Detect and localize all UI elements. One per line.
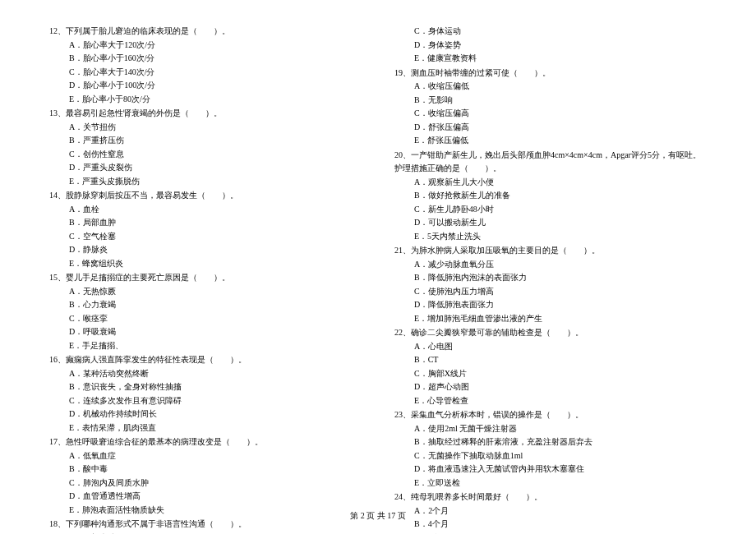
option: E．5天内禁止洗头 — [394, 230, 707, 244]
option: D．严重头皮裂伤 — [49, 161, 362, 175]
option: B．做好抢救新生儿的准备 — [394, 189, 707, 203]
option: A．使用2ml 无菌干燥注射器 — [394, 422, 707, 436]
question-text: 19、测血压时袖带缠的过紧可使（ ）。 — [394, 67, 707, 81]
option: C．肺泡内及间质水肿 — [49, 476, 362, 490]
option: D．舒张压偏高 — [394, 121, 707, 135]
option: B．无影响 — [394, 94, 707, 108]
option: A．胎心率大于120次/分 — [49, 39, 362, 53]
option: C．身体运动 — [394, 25, 707, 39]
option: B．酸中毒 — [49, 463, 362, 476]
option: E．蜂窝组织炎 — [49, 257, 362, 271]
option: B．意识丧失，全身对称性抽搐 — [49, 380, 362, 394]
question: 23、采集血气分析标本时，错误的操作是（ ）。A．使用2ml 无菌干燥注射器B．… — [394, 408, 707, 490]
page-footer: 第 2 页 共 17 页 — [0, 510, 756, 522]
option: A．心电图 — [394, 340, 707, 354]
option: B．抽取经过稀释的肝素溶液，充盈注射器后弃去 — [394, 435, 707, 449]
option: D．将血液迅速注入无菌试管内并用软木塞塞住 — [394, 463, 707, 476]
question-text: 23、采集血气分析标本时，错误的操作是（ ）。 — [394, 408, 707, 422]
option: D．身体姿势 — [394, 39, 707, 53]
option: E．心导管检查 — [394, 394, 707, 408]
option: E．立即送检 — [394, 476, 707, 490]
option: A．收缩压偏低 — [394, 80, 707, 94]
option: C．空气栓塞 — [49, 230, 362, 244]
option: C．胎心率大于140次/分 — [49, 66, 362, 80]
question-text: 24、纯母乳喂养多长时间最好（ ）。 — [394, 490, 707, 504]
question: 17、急性呼吸窘迫综合征的最基本的病理改变是（ ）。A．低氧血症B．酸中毒C．肺… — [49, 435, 362, 517]
option: D．降低肺泡表面张力 — [394, 298, 707, 312]
left-column: 12、下列属于胎儿窘迫的临床表现的是（ ）。A．胎心率大于120次/分B．胎心率… — [49, 25, 362, 501]
question: 21、为肺水肿病人采取加压吸氧的主要目的是（ ）。A．减少动脉血氧分压B．降低肺… — [394, 244, 707, 325]
option: C．收缩压偏高 — [394, 107, 707, 121]
question: 12、下列属于胎儿窘迫的临床表现的是（ ）。A．胎心率大于120次/分B．胎心率… — [49, 25, 362, 106]
option: E．增加肺泡毛细血管渗出液的产生 — [394, 312, 707, 326]
question: 16、癫痫病人强直阵挛发生的特征性表现是（ ）。A．某种活动突然终断B．意识丧失… — [49, 353, 362, 435]
option: B．严重挤压伤 — [49, 134, 362, 148]
option: C．连续多次发作且有意识障碍 — [49, 394, 362, 408]
right-column: C．身体运动D．身体姿势E．健康宣教资料19、测血压时袖带缠的过紧可使（ ）。A… — [394, 25, 707, 501]
option: D．血管通透性增高 — [49, 490, 362, 504]
question-text: 17、急性呼吸窘迫综合征的最基本的病理改变是（ ）。 — [49, 435, 362, 449]
option: D．胎心率小于100次/分 — [49, 79, 362, 93]
option: E．胎心率小于80次/分 — [49, 93, 362, 107]
option: C．胸部X线片 — [394, 367, 707, 381]
question: 14、股静脉穿刺后按压不当，最容易发生（ ）。A．血栓B．局部血肿C．空气栓塞D… — [49, 189, 362, 270]
option: B．CT — [394, 353, 707, 367]
option: B．胎心率小于160次/分 — [49, 52, 362, 66]
option: C．6个月 — [394, 532, 707, 535]
question-text: 13、最容易引起急性肾衰竭的外伤是（ ）。 — [49, 107, 362, 121]
option: A．关节扭伤 — [49, 121, 362, 135]
option: D．可以搬动新生儿 — [394, 216, 707, 230]
option: E．健康宣教资料 — [394, 52, 707, 66]
question: 20、一产钳助产新生儿，娩出后头部颅血肿4cm×4cm×4cm，Apgar评分5… — [394, 149, 707, 244]
two-column-layout: 12、下列属于胎儿窘迫的临床表现的是（ ）。A．胎心率大于120次/分B．胎心率… — [49, 25, 707, 501]
question-text: 21、为肺水肿病人采取加压吸氧的主要目的是（ ）。 — [394, 244, 707, 258]
question: 13、最容易引起急性肾衰竭的外伤是（ ）。A．关节扭伤B．严重挤压伤C．创伤性窒… — [49, 107, 362, 188]
option: A．低氧血症 — [49, 449, 362, 463]
option: D．呼吸衰竭 — [49, 325, 362, 339]
option: E．表情呆滞，肌肉强直 — [49, 421, 362, 435]
option: B．心力衰竭 — [49, 298, 362, 312]
option: B．局部血肿 — [49, 216, 362, 230]
option: C．新生儿静卧48小时 — [394, 203, 707, 217]
question-text: 12、下列属于胎儿窘迫的临床表现的是（ ）。 — [49, 25, 362, 39]
option: A．无热惊厥 — [49, 285, 362, 299]
option: A．面部表情 — [49, 532, 362, 535]
option: A．血栓 — [49, 203, 362, 217]
question: 19、测血压时袖带缠的过紧可使（ ）。A．收缩压偏低B．无影响C．收缩压偏高D．… — [394, 67, 707, 148]
question-text: 20、一产钳助产新生儿，娩出后头部颅血肿4cm×4cm×4cm，Apgar评分5… — [394, 149, 707, 176]
question: C．身体运动D．身体姿势E．健康宣教资料 — [394, 25, 707, 66]
question-text: 16、癫痫病人强直阵挛发生的特征性表现是（ ）。 — [49, 353, 362, 367]
option: C．创伤性窒息 — [49, 148, 362, 162]
option: E．严重头皮撕脱伤 — [49, 175, 362, 189]
option: B．降低肺泡内泡沫的表面张力 — [394, 271, 707, 285]
option: A．观察新生儿大小便 — [394, 176, 707, 190]
question-text: 14、股静脉穿刺后按压不当，最容易发生（ ）。 — [49, 189, 362, 203]
option: D．机械动作持续时间长 — [49, 407, 362, 421]
question-text: 22、确诊二尖瓣狭窄最可靠的辅助检查是（ ）。 — [394, 326, 707, 340]
option: E．舒张压偏低 — [394, 134, 707, 148]
option: D．超声心动图 — [394, 380, 707, 394]
option: C．使肺泡内压力增高 — [394, 285, 707, 299]
option: A．某种活动突然终断 — [49, 367, 362, 381]
option: D．静脉炎 — [49, 243, 362, 257]
question: 22、确诊二尖瓣狭窄最可靠的辅助检查是（ ）。A．心电图B．CTC．胸部X线片D… — [394, 326, 707, 407]
option: C．无菌操作下抽取动脉血1ml — [394, 449, 707, 463]
option: C．喉痉挛 — [49, 312, 362, 326]
question: 15、婴儿手足搐搦症的主要死亡原因是（ ）。A．无热惊厥B．心力衰竭C．喉痉挛D… — [49, 271, 362, 352]
option: E．手足搐搦、 — [49, 339, 362, 353]
option: A．减少动脉血氧分压 — [394, 258, 707, 272]
question-text: 15、婴儿手足搐搦症的主要死亡原因是（ ）。 — [49, 271, 362, 285]
